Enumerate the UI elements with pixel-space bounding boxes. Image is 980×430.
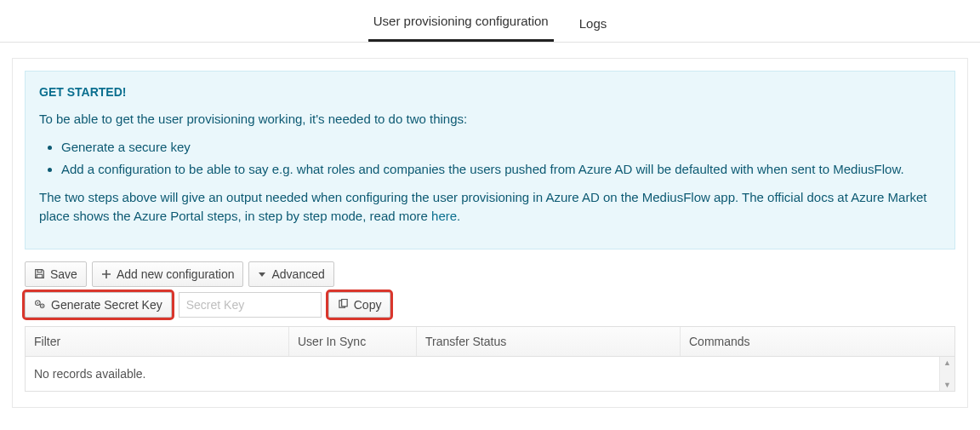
column-header-user-in-sync[interactable]: User In Sync — [289, 327, 417, 356]
infobox-outro-text: The two steps above will give an output … — [39, 190, 926, 224]
advanced-button[interactable]: Advanced — [248, 261, 333, 287]
infobox-intro: To be able to get the user provisioning … — [39, 110, 941, 129]
tab-bar: User provisioning configuration Logs — [0, 0, 980, 43]
infobox-outro: The two steps above will give an output … — [39, 188, 941, 226]
scroll-up-icon[interactable]: ▲ — [943, 357, 951, 369]
plus-icon — [101, 269, 111, 279]
save-button-label: Save — [50, 267, 77, 281]
column-header-commands[interactable]: Commands — [681, 327, 954, 356]
save-button[interactable]: Save — [25, 261, 87, 287]
scroll-down-icon[interactable]: ▼ — [943, 379, 951, 391]
secret-key-input[interactable] — [179, 292, 322, 318]
toolbar: Save Add new configuration Advanced — [25, 261, 955, 287]
triangle-down-icon — [258, 270, 266, 278]
grid-scrollbar[interactable]: ▲ ▼ — [939, 357, 954, 391]
tab-user-provisioning-configuration[interactable]: User provisioning configuration — [368, 2, 554, 42]
infobox-bullet: Generate a secure key — [61, 138, 941, 158]
content-card: GET STARTED! To be able to get the user … — [12, 58, 968, 408]
generate-secret-key-label: Generate Secret Key — [51, 298, 162, 312]
svg-rect-0 — [37, 270, 42, 272]
advanced-button-label: Advanced — [271, 267, 324, 281]
infobox-bullet: Add a configuration to be able to say e.… — [61, 160, 941, 180]
get-started-infobox: GET STARTED! To be able to get the user … — [25, 71, 955, 249]
configurations-grid: Filter User In Sync Transfer Status Comm… — [25, 326, 955, 392]
svg-rect-7 — [341, 299, 347, 306]
svg-point-5 — [42, 306, 43, 307]
infobox-outro-after: . — [457, 209, 460, 223]
copy-button-label: Copy — [354, 298, 382, 312]
gears-icon — [34, 299, 46, 310]
generate-secret-key-button[interactable]: Generate Secret Key — [25, 292, 172, 318]
column-header-transfer-status[interactable]: Transfer Status — [417, 327, 681, 356]
column-header-filter[interactable]: Filter — [26, 327, 289, 356]
infobox-list: Generate a secure key Add a configuratio… — [61, 138, 941, 180]
secret-key-row: Generate Secret Key Copy — [25, 292, 955, 318]
tab-logs[interactable]: Logs — [574, 4, 612, 42]
grid-header: Filter User In Sync Transfer Status Comm… — [26, 327, 954, 357]
copy-button[interactable]: Copy — [328, 292, 391, 318]
add-new-configuration-button[interactable]: Add new configuration — [92, 261, 244, 287]
svg-rect-1 — [37, 274, 43, 278]
grid-body: No records available. ▲ ▼ — [26, 357, 954, 391]
save-icon — [34, 268, 45, 279]
add-new-configuration-label: Add new configuration — [117, 267, 235, 281]
infobox-title: GET STARTED! — [39, 83, 941, 101]
infobox-read-more-link[interactable]: here — [431, 209, 457, 223]
copy-icon — [338, 299, 349, 310]
grid-empty-message: No records available. — [26, 357, 939, 391]
svg-point-3 — [37, 302, 39, 304]
